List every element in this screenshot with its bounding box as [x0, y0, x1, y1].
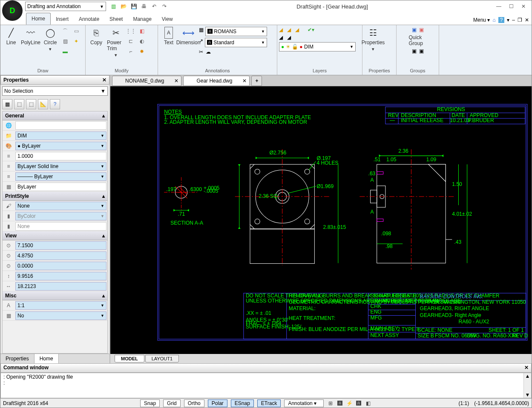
selection-combo[interactable]: No Selection▼: [2, 86, 108, 96]
layer-check-icon[interactable]: ✔▾: [308, 27, 314, 33]
prop-value[interactable]: 0.0000: [15, 262, 106, 270]
prop-value[interactable]: 9.9516: [15, 272, 106, 280]
layer-iso-icon[interactable]: ◢: [279, 34, 283, 40]
menu-dropdown[interactable]: Menu ▾: [473, 17, 490, 23]
prop-value[interactable]: ——— ByLayer: [15, 172, 106, 181]
line-button[interactable]: ╱Line: [2, 27, 20, 46]
prop-value[interactable]: 7.1500: [15, 241, 106, 250]
section-printstyle[interactable]: PrintStyle▴: [3, 192, 107, 201]
prop-value[interactable]: 18.2123: [15, 282, 106, 291]
status-icon-2[interactable]: 🅰: [336, 400, 343, 406]
prop-row[interactable]: ⊙7.1500: [3, 240, 107, 251]
tab-view[interactable]: View: [157, 14, 178, 25]
prop-row[interactable]: ▮None: [3, 221, 107, 231]
leader-icon[interactable]: ↗: [199, 38, 203, 47]
mdi-close-icon[interactable]: ✕: [525, 17, 529, 23]
prop-value[interactable]: 1.0000: [15, 152, 106, 160]
region-icon[interactable]: ▬: [61, 47, 69, 56]
cloud-icon[interactable]: ☁: [206, 49, 211, 55]
status-icon-4[interactable]: 🅰: [355, 400, 362, 406]
table-icon[interactable]: ▦: [199, 27, 204, 36]
home-icon[interactable]: ⌂: [492, 17, 495, 23]
app-logo[interactable]: D: [2, 0, 23, 21]
rect-icon[interactable]: ▭: [72, 27, 81, 35]
prop-row[interactable]: ≡ByLayer Solid line: [3, 161, 107, 171]
prop-value[interactable]: ● ByLayer: [15, 142, 106, 150]
prop-value[interactable]: [15, 121, 106, 130]
status-icon-1[interactable]: ⊞: [327, 400, 334, 406]
prop-row[interactable]: 🎨● ByLayer: [3, 141, 107, 151]
prop-row[interactable]: ▦No: [3, 311, 107, 321]
section-misc[interactable]: Misc▴: [3, 291, 107, 300]
status-icon-5[interactable]: ◧: [365, 400, 371, 406]
hatch-icon[interactable]: ▨: [61, 37, 69, 46]
quick-select-icon[interactable]: ⬚: [14, 99, 24, 109]
toggle-esnap[interactable]: ESnap: [231, 399, 254, 407]
font-combo[interactable]: 🅰 ROMANS▼: [205, 27, 267, 36]
prop-row[interactable]: 🌐: [3, 120, 107, 131]
group-icon[interactable]: ▣: [412, 27, 417, 33]
prop-row[interactable]: ▦ByLayer: [3, 182, 107, 192]
workspace-combo[interactable]: Drafting and Annotation ▼: [25, 2, 106, 11]
prop-row[interactable]: ▮ByColor: [3, 211, 107, 221]
prop-row[interactable]: ↕9.9516: [3, 271, 107, 281]
offset-icon[interactable]: ⊏: [127, 37, 135, 46]
close-cmd-icon[interactable]: ✕: [524, 365, 529, 371]
annotation-dropdown[interactable]: Annotation ▾: [284, 399, 324, 407]
save-icon[interactable]: 💾: [130, 3, 138, 10]
command-window[interactable]: : Opening "R2000" drawing file : ▲▼: [0, 373, 532, 398]
prop-row[interactable]: ≡——— ByLayer: [3, 171, 107, 182]
help-icon[interactable]: ?: [498, 17, 505, 23]
proptab-properties[interactable]: Properties: [0, 354, 35, 363]
erase-icon[interactable]: ◧: [138, 27, 146, 35]
prop-value[interactable]: DIM: [15, 131, 106, 140]
tab-home[interactable]: Home: [26, 13, 51, 25]
section-view[interactable]: View▴: [3, 231, 107, 240]
close-panel-icon[interactable]: ✕: [102, 77, 106, 83]
prop-row[interactable]: ⊙4.8750: [3, 251, 107, 261]
add-tab-button[interactable]: +: [251, 76, 262, 86]
toggle-polar[interactable]: Polar: [208, 399, 227, 407]
prop-value[interactable]: 4.8750: [15, 251, 106, 260]
maximize-icon[interactable]: ☐: [509, 3, 514, 9]
prop-value[interactable]: 1:1: [15, 301, 106, 310]
group-select-icon[interactable]: ▣: [419, 48, 424, 54]
prop-value[interactable]: None: [15, 222, 106, 231]
layer-prev-icon[interactable]: ◢: [287, 34, 291, 40]
mdi-minimize-icon[interactable]: –: [512, 17, 515, 23]
copy-button[interactable]: ⎘Copy: [87, 27, 105, 46]
help-panel-icon[interactable]: ?: [50, 99, 60, 109]
prop-value[interactable]: None: [15, 202, 106, 210]
section-general[interactable]: General▴: [3, 111, 107, 120]
point-icon[interactable]: ✦: [72, 37, 81, 46]
status-icon-3[interactable]: ⚡: [346, 400, 353, 406]
layer-states-icon[interactable]: ◢: [287, 27, 291, 33]
calc-icon[interactable]: 📐: [38, 99, 48, 109]
dimstyle-combo[interactable]: 🅰 Standard▼: [205, 38, 267, 47]
explode-icon[interactable]: ✸: [138, 47, 146, 56]
prop-row[interactable]: ↔18.2123: [3, 281, 107, 291]
close-tab-icon[interactable]: ✕: [174, 78, 178, 84]
tab-manage[interactable]: Manage: [128, 14, 156, 25]
layout-tab-model[interactable]: MODEL: [115, 355, 144, 362]
new-icon[interactable]: ▥: [109, 3, 117, 10]
circle-button[interactable]: ◯Circle▾: [41, 27, 59, 52]
prop-row[interactable]: 🖌None: [3, 201, 107, 211]
prop-value[interactable]: ByColor: [15, 212, 106, 220]
prop-value[interactable]: ByLayer: [15, 183, 106, 191]
cut-icon[interactable]: ✂: [199, 49, 203, 55]
tab-insert[interactable]: Insert: [51, 14, 74, 25]
open-icon[interactable]: 📂: [120, 3, 127, 10]
redo-icon[interactable]: ↷: [161, 3, 168, 10]
proptab-home[interactable]: Home: [35, 354, 59, 363]
prop-row[interactable]: A1:1: [3, 300, 107, 311]
prop-row[interactable]: 📁DIM: [3, 131, 107, 141]
close-icon[interactable]: ✕: [521, 3, 526, 9]
toggle-snap[interactable]: Snap: [140, 399, 160, 407]
scroll-up-icon[interactable]: ▲: [525, 373, 530, 379]
text-button[interactable]: AText: [160, 27, 178, 46]
undo-icon[interactable]: ↶: [150, 3, 158, 10]
quickgroup-button[interactable]: Quick Group: [409, 34, 427, 46]
doctab-noname[interactable]: NONAME_0.dwg✕: [112, 76, 181, 86]
layer-combo[interactable]: ● ☀ 🔓 ● DIM▼: [279, 42, 356, 51]
